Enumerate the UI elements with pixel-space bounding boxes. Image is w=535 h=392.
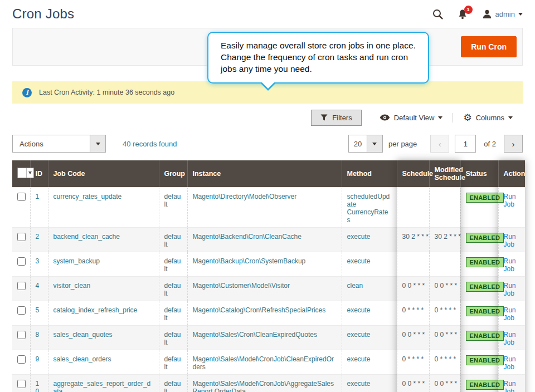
cell-schedule: 0 * * * *: [397, 301, 429, 325]
eye-icon: [380, 114, 390, 121]
cell-status: ENABLED: [460, 374, 498, 392]
cell-checkbox: [12, 227, 30, 252]
cell-group: default: [159, 350, 187, 374]
cell-instance: Magento\Catalog\Cron\RefreshSpecialPrice…: [187, 301, 342, 325]
filters-label: Filters: [332, 114, 352, 122]
chevron-down-icon: [508, 116, 513, 119]
cell-method: execute: [342, 227, 397, 252]
chevron-down-icon: [438, 116, 442, 119]
search-icon[interactable]: [432, 9, 443, 19]
cell-schedule: 0 0 * * *: [397, 276, 429, 301]
run-job-link[interactable]: Run Job: [504, 306, 521, 322]
cell-id: 3: [30, 252, 48, 276]
cell-schedule: 0 * * * *: [397, 350, 429, 374]
table-header-row: ID Job Code Group Instance Method Schedu…: [12, 160, 525, 187]
cell-group: default: [159, 252, 187, 276]
admin-menu[interactable]: admin: [482, 9, 523, 19]
tooltip-text: Easily manage overall store cron jobs in…: [221, 40, 419, 75]
cell-id: 5: [30, 301, 48, 325]
cell-status: ENABLED: [460, 252, 498, 276]
cell-modified-schedule: [429, 252, 460, 276]
actions-dropdown[interactable]: Actions: [12, 135, 106, 153]
run-job-link[interactable]: Run Job: [504, 355, 521, 371]
page-title: Cron Jobs: [12, 6, 74, 22]
chevron-down-icon: [367, 135, 382, 152]
column-header-schedule[interactable]: Schedule: [397, 160, 429, 187]
table-body: 1currency_rates_updatedefaultMagento\Dir…: [12, 187, 525, 392]
per-page-label: per page: [388, 140, 417, 148]
cell-schedule: 0 0 * * *: [397, 374, 429, 392]
view-selector[interactable]: Default View: [369, 114, 453, 122]
column-header-instance[interactable]: Instance: [187, 160, 342, 187]
per-page-dropdown[interactable]: 20: [348, 135, 383, 153]
cron-jobs-grid: ID Job Code Group Instance Method Schedu…: [12, 160, 523, 392]
header-actions: 1 admin: [432, 9, 523, 19]
run-job-link[interactable]: Run Job: [504, 193, 521, 208]
status-badge: ENABLED: [466, 193, 504, 203]
filters-button[interactable]: Filters: [311, 110, 361, 126]
column-header-modified-schedule[interactable]: Modified Schedule: [429, 160, 460, 187]
table-row: 9sales_clean_ordersdefaultMagento\Sales\…: [12, 350, 525, 374]
next-page-button[interactable]: ›: [504, 135, 523, 153]
cell-instance: Magento\Customer\Model\Visitor: [187, 276, 342, 301]
cell-method: execute: [342, 252, 397, 276]
cell-group: default: [159, 276, 187, 301]
row-checkbox[interactable]: [17, 380, 26, 388]
run-job-link[interactable]: Run Job: [504, 331, 521, 346]
cell-method: clean: [342, 276, 397, 301]
row-checkbox[interactable]: [17, 282, 26, 290]
cell-job-code: currency_rates_update: [48, 187, 159, 227]
column-header-job-code[interactable]: Job Code: [48, 160, 159, 187]
cell-checkbox: [12, 374, 30, 392]
cell-group: default: [159, 301, 187, 325]
run-cron-button[interactable]: Run Cron: [461, 36, 517, 57]
notifications-bell-icon[interactable]: 1: [458, 9, 468, 19]
row-checkbox[interactable]: [17, 331, 26, 339]
grid-controls-row: Filters Default View ⚙ Columns: [12, 108, 523, 127]
row-checkbox[interactable]: [17, 257, 26, 266]
cell-modified-schedule: [429, 187, 460, 227]
select-all-control[interactable]: [17, 168, 34, 178]
status-badge: ENABLED: [466, 380, 504, 390]
actions-dropdown-label: Actions: [13, 135, 90, 152]
cell-instance: Magento\Backup\Cron\SystemBackup: [187, 252, 342, 276]
column-header-status[interactable]: Status: [460, 160, 498, 187]
cell-modified-schedule: 0 * * * *: [429, 301, 460, 325]
column-header-group[interactable]: Group: [159, 160, 187, 187]
previous-page-button: ‹: [430, 135, 449, 153]
row-checkbox[interactable]: [17, 306, 26, 315]
run-job-link[interactable]: Run Job: [504, 257, 521, 273]
row-checkbox[interactable]: [17, 193, 26, 201]
table-row: 5catalog_index_refresh_pricedefaultMagen…: [12, 301, 525, 325]
status-badge: ENABLED: [466, 233, 504, 243]
row-checkbox[interactable]: [17, 355, 26, 364]
run-job-link[interactable]: Run Job: [504, 380, 521, 392]
page-number-input[interactable]: [455, 135, 476, 153]
cell-instance: Magento\Sales\Model\CronJob\AggregateSal…: [187, 374, 342, 392]
columns-selector[interactable]: ⚙ Columns: [453, 113, 523, 122]
cell-id: 1: [30, 187, 48, 227]
column-header-method[interactable]: Method: [342, 160, 397, 187]
row-checkbox[interactable]: [17, 233, 26, 241]
column-header-action[interactable]: Action: [498, 160, 525, 187]
table-row: 10aggregate_sales_report_order_datadefau…: [12, 374, 525, 392]
cell-modified-schedule: 0 0 * * *: [429, 276, 460, 301]
run-job-link[interactable]: Run Job: [504, 233, 521, 248]
cell-job-code: sales_clean_quotes: [48, 325, 159, 350]
cell-instance: Magento\Directory\Model\Observer: [187, 187, 342, 227]
run-job-link[interactable]: Run Job: [504, 282, 521, 297]
cell-modified-schedule: 0 0 * * *: [429, 325, 460, 350]
cell-checkbox: [12, 276, 30, 301]
cell-status: ENABLED: [460, 350, 498, 374]
cell-status: ENABLED: [460, 301, 498, 325]
cell-id: 8: [30, 325, 48, 350]
user-avatar-icon: [482, 9, 492, 19]
table-row: 3system_backupdefaultMagento\Backup\Cron…: [12, 252, 525, 276]
cell-job-code: catalog_index_refresh_price: [48, 301, 159, 325]
feature-tooltip: Easily manage overall store cron jobs in…: [207, 32, 429, 84]
cell-id: 9: [30, 350, 48, 374]
status-badge: ENABLED: [466, 282, 504, 292]
cell-job-code: visitor_clean: [48, 276, 159, 301]
cell-status: ENABLED: [460, 227, 498, 252]
cell-id: 10: [30, 374, 48, 392]
